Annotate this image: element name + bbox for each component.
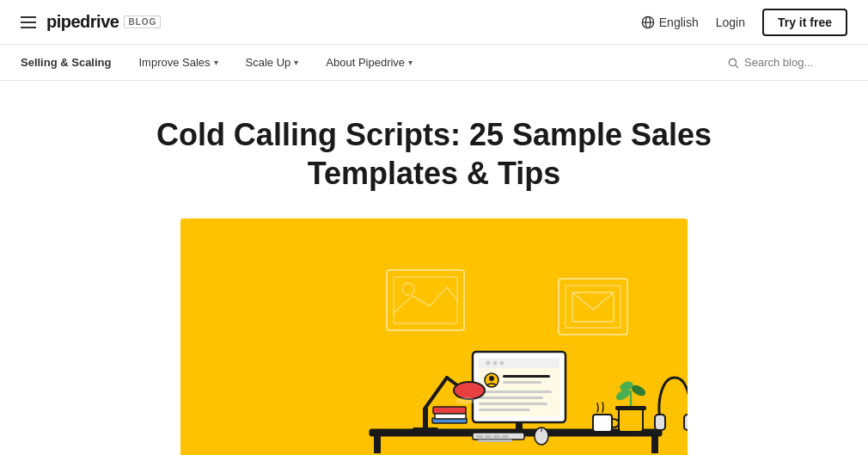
svg-rect-42 — [593, 415, 612, 432]
svg-point-37 — [454, 382, 485, 399]
svg-rect-30 — [478, 440, 512, 442]
hamburger-menu[interactable] — [21, 16, 36, 28]
svg-rect-44 — [615, 406, 646, 410]
svg-rect-8 — [651, 436, 658, 453]
nav-item-selling-scaling[interactable]: Selling & Scaling — [21, 45, 125, 81]
svg-rect-27 — [485, 435, 492, 438]
login-button[interactable]: Login — [716, 15, 745, 29]
article-title: Cold Calling Scripts: 25 Sample Sales Te… — [107, 115, 761, 193]
chevron-down-icon: ▾ — [214, 58, 218, 67]
svg-rect-23 — [479, 403, 547, 405]
svg-rect-34 — [423, 408, 428, 428]
nav-item-improve-sales[interactable]: Improve Sales ▾ — [125, 45, 231, 81]
svg-rect-26 — [476, 435, 483, 438]
svg-rect-19 — [503, 375, 550, 378]
svg-point-16 — [500, 361, 504, 366]
svg-rect-43 — [619, 408, 643, 432]
svg-rect-22 — [479, 397, 543, 399]
nav-items: Selling & Scaling Improve Sales ▾ Scale … — [21, 45, 727, 81]
svg-point-14 — [486, 361, 491, 366]
main-content: Cold Calling Scripts: 25 Sample Sales Te… — [90, 81, 778, 455]
svg-rect-13 — [479, 358, 559, 368]
nav-item-about-pipedrive[interactable]: About Pipedrive ▾ — [312, 45, 426, 81]
nav-item-scale-up[interactable]: Scale Up ▾ — [232, 45, 313, 81]
language-selector[interactable]: English — [641, 15, 699, 29]
svg-rect-28 — [493, 435, 500, 438]
svg-rect-20 — [503, 381, 541, 384]
logo[interactable]: pipedrive BLOG — [46, 12, 161, 32]
svg-rect-41 — [433, 407, 466, 414]
svg-point-18 — [489, 376, 494, 381]
site-header: pipedrive BLOG English Login Try it free — [0, 0, 868, 45]
search-area — [727, 56, 847, 69]
svg-rect-49 — [655, 415, 665, 430]
svg-point-38 — [455, 397, 476, 404]
svg-line-4 — [736, 65, 738, 67]
svg-rect-21 — [479, 390, 552, 393]
hero-image — [180, 218, 688, 455]
try-free-button[interactable]: Try it free — [762, 9, 847, 36]
svg-rect-24 — [479, 409, 530, 411]
chevron-down-icon: ▾ — [408, 58, 413, 67]
svg-point-15 — [493, 361, 498, 366]
header-right: English Login Try it free — [641, 9, 847, 36]
svg-point-3 — [729, 58, 736, 65]
chevron-down-icon: ▾ — [294, 58, 298, 67]
svg-rect-50 — [684, 415, 688, 430]
svg-rect-7 — [374, 436, 381, 453]
search-icon — [727, 57, 739, 69]
main-navbar: Selling & Scaling Improve Sales ▾ Scale … — [0, 45, 868, 81]
logo-text: pipedrive — [46, 12, 119, 32]
hero-illustration — [180, 218, 688, 455]
svg-rect-29 — [502, 435, 509, 438]
search-input[interactable] — [744, 56, 847, 69]
globe-icon — [641, 15, 655, 29]
blog-badge: BLOG — [124, 15, 161, 28]
language-label: English — [659, 15, 699, 29]
header-left: pipedrive BLOG — [21, 12, 161, 32]
